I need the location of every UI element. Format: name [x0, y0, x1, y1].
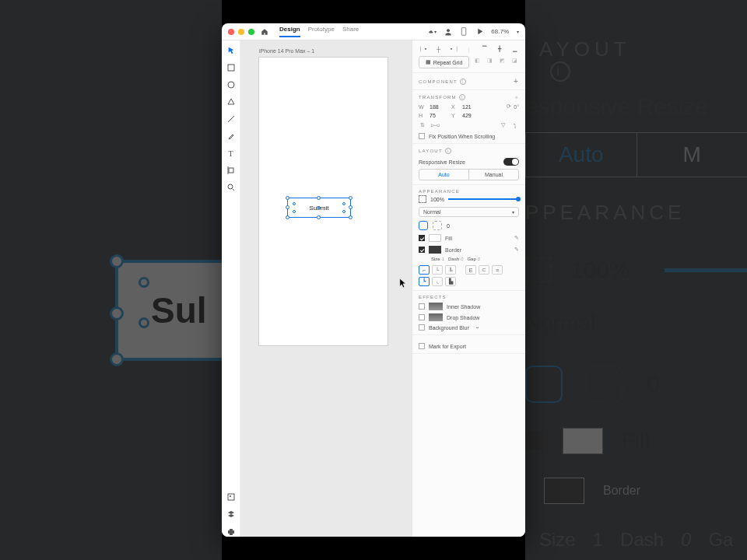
- rotate-cw-icon[interactable]: ⤵: [511, 121, 519, 129]
- info-icon[interactable]: i: [459, 94, 465, 100]
- info-icon[interactable]: i: [445, 148, 451, 154]
- drop-shadow-swatch[interactable]: [429, 313, 443, 321]
- chevron-down-icon[interactable]: ▾: [517, 29, 519, 34]
- eyedropper-icon[interactable]: ✎: [514, 247, 519, 253]
- polygon-tool[interactable]: [226, 96, 237, 107]
- opacity-input[interactable]: 100%: [430, 197, 444, 202]
- align-left-icon[interactable]: ⎸▪: [419, 44, 428, 54]
- align-stroke-left-icon[interactable]: E: [465, 265, 476, 275]
- add-component-icon[interactable]: +: [514, 77, 519, 86]
- responsive-toggle[interactable]: [503, 158, 519, 166]
- home-icon[interactable]: [261, 28, 268, 36]
- border-gap-input[interactable]: 0: [478, 257, 480, 261]
- x-input[interactable]: 121: [462, 104, 479, 110]
- border-swatch[interactable]: [429, 246, 441, 254]
- inner-shadow-swatch[interactable]: [429, 303, 443, 310]
- cap-square-icon[interactable]: ▙: [445, 277, 456, 286]
- repeat-grid-button[interactable]: ▦ Repeat Grid: [419, 56, 469, 68]
- plugins-icon[interactable]: [226, 526, 237, 537]
- stroke-inner-icon[interactable]: ⌐: [419, 265, 430, 275]
- align-stroke-center-icon[interactable]: ⊂: [479, 265, 489, 275]
- rotate-icon[interactable]: ⟳: [507, 103, 511, 110]
- canvas[interactable]: iPhone 14 Pro Max – 1 Submit: [240, 40, 412, 537]
- align-bottom-icon[interactable]: ▁: [510, 44, 519, 54]
- svg-point-3: [228, 82, 234, 88]
- artboard-label[interactable]: iPhone 14 Pro Max – 1: [259, 48, 314, 54]
- rectangle-tool[interactable]: [226, 62, 237, 73]
- assets-icon[interactable]: [226, 492, 237, 502]
- minimize-icon[interactable]: [238, 29, 244, 35]
- pen-tool[interactable]: [226, 131, 237, 142]
- artboard-tool[interactable]: [226, 165, 237, 176]
- border-dash-input[interactable]: 0: [461, 257, 463, 261]
- fix-scroll-checkbox[interactable]: [419, 133, 425, 139]
- align-vcenter-icon[interactable]: ╋: [495, 44, 504, 54]
- user-icon[interactable]: [444, 28, 452, 36]
- line-tool[interactable]: [226, 114, 237, 124]
- svg-rect-2: [228, 65, 234, 71]
- corner-radius-input[interactable]: 0: [447, 223, 450, 229]
- grid-icon: ▦: [426, 59, 431, 65]
- tab-design[interactable]: Design: [279, 26, 300, 37]
- flip-v-icon[interactable]: ▽: [499, 121, 507, 129]
- svg-rect-9: [228, 494, 234, 500]
- responsive-resize-label: Responsive Resize: [419, 159, 465, 165]
- stroke-outer-icon[interactable]: ╚: [445, 265, 456, 275]
- cloud-sync-icon[interactable]: ▾: [429, 28, 437, 36]
- corner-uniform-icon[interactable]: [419, 221, 428, 230]
- zoom-level[interactable]: 68.7%: [491, 28, 509, 35]
- lock-aspect-icon[interactable]: ⇅: [419, 121, 426, 129]
- blend-mode-select[interactable]: Normal ▾: [419, 207, 519, 217]
- width-input[interactable]: 188: [430, 104, 447, 110]
- drop-shadow-checkbox[interactable]: [419, 314, 425, 320]
- chevron-down-icon[interactable]: ›: [474, 327, 479, 328]
- align-hcenter-icon[interactable]: ┼: [434, 44, 444, 54]
- y-input[interactable]: 429: [462, 113, 479, 118]
- fill-checkbox[interactable]: [419, 235, 425, 241]
- cap-butt-icon[interactable]: ┗: [419, 277, 430, 286]
- align-right-icon[interactable]: ▪⎹: [449, 44, 458, 54]
- eyedropper-icon[interactable]: ✎: [514, 235, 519, 241]
- window-controls[interactable]: [228, 29, 254, 35]
- selected-submit-button[interactable]: Submit: [287, 198, 351, 218]
- appearance-section: APPEARANCE 100% Normal ▾ 0: [412, 185, 525, 291]
- rotation-input[interactable]: 0°: [514, 104, 519, 110]
- zoom-tool[interactable]: [226, 182, 237, 193]
- boolean-intersect-icon[interactable]: ◩: [497, 56, 507, 65]
- select-tool[interactable]: [226, 45, 237, 56]
- opacity-slider[interactable]: [448, 198, 519, 200]
- play-icon[interactable]: [475, 28, 483, 36]
- boolean-add-icon[interactable]: ◧: [472, 56, 482, 65]
- align-top-icon[interactable]: ▔: [479, 44, 489, 54]
- resize-auto[interactable]: Auto: [419, 170, 468, 180]
- w-label: W: [419, 104, 425, 110]
- info-icon[interactable]: i: [460, 79, 466, 85]
- 3d-transform-icon[interactable]: ⟐: [515, 95, 519, 100]
- device-preview-icon[interactable]: [460, 28, 468, 36]
- flip-h-icon[interactable]: ▻◅: [431, 121, 439, 129]
- close-icon[interactable]: [228, 29, 234, 35]
- boolean-subtract-icon[interactable]: ◨: [485, 56, 494, 65]
- inner-shadow-checkbox[interactable]: [419, 303, 425, 310]
- resize-mode-segment[interactable]: Auto Manual: [419, 169, 519, 180]
- export-checkbox[interactable]: [419, 343, 425, 349]
- boolean-exclude-icon[interactable]: ◪: [510, 56, 519, 65]
- text-tool[interactable]: T: [226, 148, 237, 159]
- ellipse-tool[interactable]: [226, 79, 237, 90]
- layers-icon[interactable]: [226, 509, 237, 520]
- maximize-icon[interactable]: [248, 29, 254, 35]
- border-size-input[interactable]: 1: [442, 257, 444, 261]
- border-checkbox[interactable]: [419, 247, 425, 253]
- tab-share[interactable]: Share: [342, 26, 359, 37]
- fill-swatch[interactable]: [429, 234, 441, 242]
- tab-prototype[interactable]: Prototype: [308, 26, 335, 37]
- stroke-center-icon[interactable]: └: [432, 265, 443, 275]
- corner-independent-icon[interactable]: [433, 221, 442, 230]
- height-input[interactable]: 75: [430, 113, 447, 118]
- align-stroke-right-icon[interactable]: ≡: [492, 265, 503, 275]
- cap-round-icon[interactable]: ◟: [432, 277, 443, 286]
- bg-blur-checkbox[interactable]: [419, 324, 425, 331]
- artboard[interactable]: Submit: [259, 58, 388, 345]
- resize-manual[interactable]: Manual: [468, 170, 518, 180]
- background-ghost-right: AYOUT i esponsive Resize Auto M PPEARANC…: [525, 0, 747, 560]
